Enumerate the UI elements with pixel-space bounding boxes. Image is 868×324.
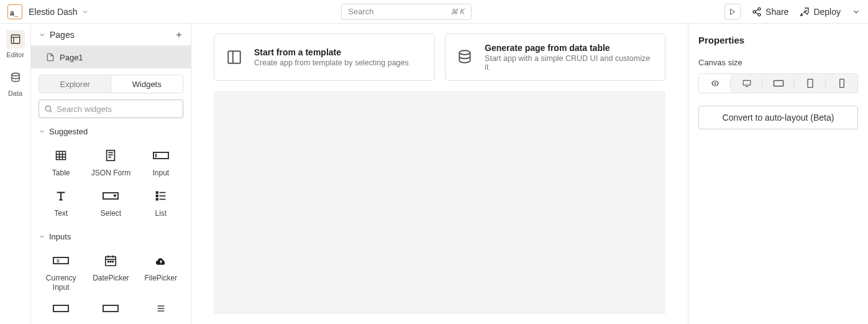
widget-select[interactable]: Select [88,188,133,218]
svg-point-43 [112,261,114,262]
list-icon [152,188,170,204]
svg-text:$: $ [57,258,60,264]
pages-header[interactable]: Pages [31,24,191,46]
chevron-down-icon [81,8,89,16]
svg-rect-56 [808,79,813,87]
svg-rect-44 [53,305,68,312]
size-mobile[interactable] [826,74,857,93]
left-rail: Editor Data [0,24,31,324]
section-suggested[interactable]: Suggested [39,124,183,139]
play-icon [729,8,736,16]
chevron-down-icon [39,31,46,39]
deploy-button[interactable]: Deploy [800,7,841,17]
size-tablet[interactable] [794,74,826,93]
size-desktop[interactable] [731,74,762,93]
table-icon [52,147,70,164]
svg-point-2 [753,11,756,13]
section-title: Suggested [49,127,88,136]
widget-label: FilePicker [144,274,177,283]
database-icon [457,49,474,66]
search-shortcut: ⌘ K [450,7,465,16]
canvas-size-toggle [698,73,858,93]
tablet-icon [806,78,814,88]
svg-rect-31 [156,195,158,197]
chevron-down-icon [39,233,45,240]
svg-rect-6 [11,35,20,44]
svg-point-41 [108,261,109,262]
card-title: Generate page from data table [485,43,654,53]
search-icon [44,104,53,113]
tab-explorer[interactable]: Explorer [39,75,111,93]
mobile-icon [839,78,845,88]
svg-point-12 [45,106,50,111]
deploy-label: Deploy [813,7,841,17]
svg-point-1 [758,7,761,10]
svg-line-5 [756,12,759,14]
widget-label: List [155,209,167,218]
widget-filepicker[interactable]: FilePicker [139,252,183,292]
share-icon [752,7,762,17]
widget-label: Currency Input [39,274,83,292]
widget-input[interactable]: Input [139,147,183,178]
widget-list[interactable]: List [139,188,183,218]
input-icon [152,147,170,164]
text-icon [52,188,70,204]
widget-label: Table [52,169,70,178]
widget-search-input[interactable] [57,104,178,114]
editor-icon [6,30,25,49]
section-inputs[interactable]: Inputs [39,229,183,244]
svg-rect-57 [839,79,844,87]
widget-search[interactable] [39,100,183,118]
cloud-upload-icon [152,252,170,269]
svg-rect-53 [743,80,751,85]
form-icon [101,147,120,164]
canvas-size-label: Canvas size [698,58,858,67]
card-title: Start from a template [254,47,409,57]
chevron-down-icon[interactable] [852,7,861,16]
widget-currency-input[interactable]: $ Currency Input [39,252,83,292]
section-title: Inputs [49,232,71,241]
app-title-dropdown[interactable]: Elestio Dash [29,7,89,17]
widget-row-peek [39,303,183,312]
widget-label: Select [101,209,121,218]
currency-icon: $ [52,252,70,269]
select-icon [101,188,120,204]
svg-rect-14 [57,151,66,159]
widget-table[interactable]: Table [39,147,83,178]
desktop-icon [741,79,752,88]
search-placeholder: Search [348,7,373,16]
widget-label: Input [152,169,169,178]
svg-rect-55 [774,81,783,86]
card-start-template[interactable]: Start from a template Create app from te… [214,34,435,81]
widget-json-form[interactable]: JSON Form [88,147,133,178]
convert-auto-layout-button[interactable]: Convert to auto-layout (Beta) [698,106,858,129]
card-subtitle: Create app from template by selecting pa… [254,58,409,67]
chevron-down-icon [39,128,45,135]
svg-rect-35 [53,257,68,264]
plus-icon [175,30,183,39]
fluid-icon [710,79,720,88]
widget-datepicker[interactable]: DatePicker [88,252,133,292]
rail-item-editor[interactable]: Editor [0,30,30,58]
widget-text[interactable]: Text [39,188,83,218]
tab-widgets[interactable]: Widgets [111,75,184,93]
card-subtitle: Start app with a simple CRUD UI and cust… [485,54,654,72]
rail-label: Data [8,90,22,97]
add-page-button[interactable] [175,30,183,39]
card-generate-page[interactable]: Generate page from data table Start app … [445,34,666,81]
rail-item-data[interactable]: Data [0,68,30,97]
size-fluid[interactable] [699,74,731,93]
size-laptop[interactable] [762,74,794,93]
widget-label: Text [54,209,68,218]
preview-button[interactable] [724,4,741,20]
page-item[interactable]: Page1 [31,46,191,68]
global-search[interactable]: Search ⌘ K [341,4,472,20]
svg-rect-49 [228,51,240,63]
layout-icon [226,49,243,66]
page-icon [46,53,55,62]
tablet-landscape-icon [773,80,784,87]
rocket-icon [800,7,810,17]
share-button[interactable]: Share [752,7,788,17]
calendar-icon [101,252,120,269]
canvas[interactable] [214,91,665,314]
